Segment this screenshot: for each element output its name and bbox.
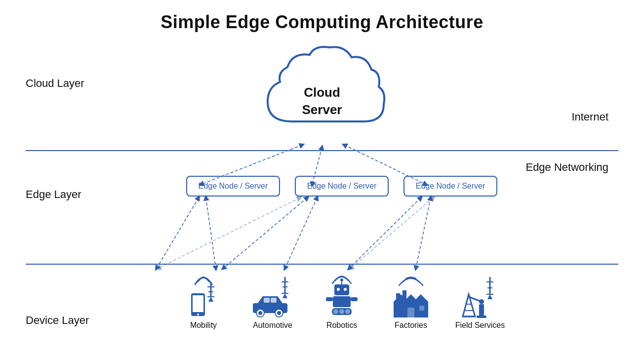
svg-rect-27 [333,296,351,307]
diagram-area: Cloud Layer Edge Layer Device Layer Inte… [26,38,618,356]
device-factories: Factories [379,275,443,330]
svg-point-21 [277,311,281,315]
svg-point-19 [258,311,262,315]
svg-line-61 [285,198,317,269]
cloud-server-icon: Cloud Server [253,42,391,151]
svg-rect-53 [479,304,484,316]
factories-icon [389,275,433,319]
device-field-services: Field Services [448,275,512,330]
svg-rect-28 [326,297,333,301]
edge-node-2: Edge Node / Server [295,176,389,197]
svg-line-60 [223,198,307,269]
automotive-label: Automotive [253,321,292,330]
svg-line-58 [157,198,199,269]
svg-rect-16 [264,298,270,303]
field-services-label: Field Services [455,321,505,330]
factories-label: Factories [395,321,427,330]
svg-rect-39 [402,290,406,302]
svg-point-9 [197,314,199,316]
svg-rect-41 [419,306,424,311]
edge-nodes-row: Edge Node / Server Edge Node / Server Ed… [115,176,569,197]
svg-rect-38 [396,293,400,302]
svg-line-62 [349,198,421,269]
edge-node-1: Edge Node / Server [186,176,280,197]
devices-row: Mobility [115,275,569,330]
device-automotive: Automotive [241,275,305,330]
svg-marker-37 [413,294,428,302]
svg-point-23 [337,288,340,291]
edge-node-3: Edge Node / Server [403,176,497,197]
svg-line-65 [351,198,433,269]
svg-marker-46 [487,294,492,299]
svg-rect-40 [407,308,414,317]
svg-text:Cloud: Cloud [304,85,340,100]
device-robotics: Robotics [310,275,374,330]
svg-rect-54 [477,316,486,318]
field-services-icon [458,275,502,319]
svg-point-33 [345,309,350,314]
svg-rect-29 [351,297,358,301]
automotive-icon [250,275,295,319]
robotics-icon [320,275,364,319]
mobility-label: Mobility [190,321,217,330]
svg-line-59 [206,198,216,269]
svg-line-63 [416,198,431,269]
svg-point-52 [479,299,484,304]
svg-marker-14 [282,293,287,298]
internet-label: Internet [571,111,608,123]
page-title: Simple Edge Computing Architecture [161,12,483,33]
svg-rect-22 [334,284,349,295]
svg-point-24 [344,288,347,291]
page-container: Simple Edge Computing Architecture Cloud… [0,0,644,356]
mobility-icon [181,275,226,319]
svg-rect-17 [271,298,277,303]
svg-text:Server: Server [302,102,342,117]
robotics-label: Robotics [326,321,357,330]
svg-point-31 [333,309,338,314]
svg-point-26 [340,278,343,281]
divider-edge-device [26,264,618,265]
cloud-layer-label: Cloud Layer [26,77,84,90]
svg-marker-6 [208,297,213,302]
svg-point-32 [339,309,344,314]
svg-rect-8 [193,295,203,312]
device-layer-label: Device Layer [26,314,89,327]
edge-layer-label: Edge Layer [26,188,81,201]
device-mobility: Mobility [171,275,236,330]
svg-line-64 [158,198,300,269]
edge-networking-label: Edge Networking [525,161,608,174]
